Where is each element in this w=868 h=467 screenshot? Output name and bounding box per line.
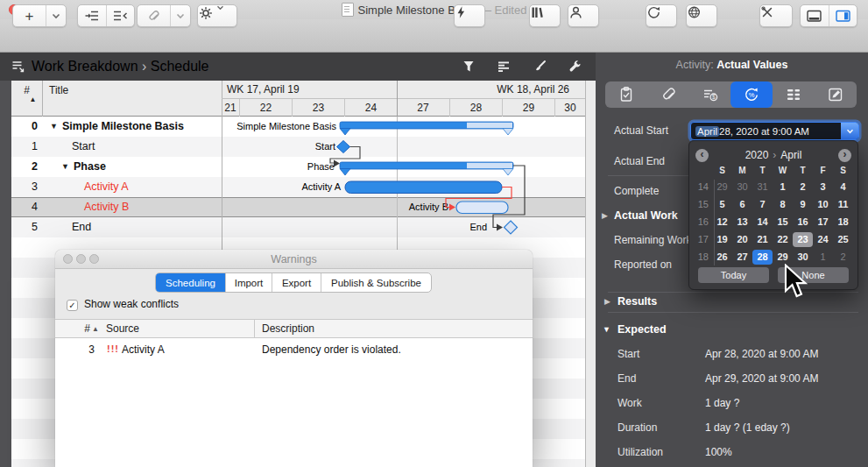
settings-button[interactable] <box>197 4 237 27</box>
actual-start-field[interactable]: April 28, 2020 at 9:00 AM <box>690 122 859 140</box>
disclosure-triangle[interactable]: ▼ <box>61 157 69 177</box>
actual-work-label[interactable]: Actual Work <box>614 209 678 222</box>
indent-button[interactable] <box>78 5 106 26</box>
attach-button[interactable] <box>138 5 170 26</box>
library-button[interactable] <box>529 4 561 27</box>
attach-options-button[interactable] <box>170 5 190 26</box>
calendar-day[interactable]: 15 <box>773 215 793 230</box>
calendar-day[interactable]: 16 <box>793 215 813 230</box>
breadcrumb-item-schedule[interactable]: Schedule <box>151 59 209 74</box>
calendar-day[interactable]: 2 <box>833 250 853 265</box>
calendar-day[interactable]: 10 <box>813 197 833 212</box>
calendar-day[interactable]: 23 <box>793 232 813 247</box>
grouping-icon[interactable] <box>497 60 511 74</box>
calendar-day[interactable]: 29 <box>712 180 732 195</box>
conflicts-button[interactable] <box>454 4 485 27</box>
calendar-day[interactable]: 12 <box>712 215 732 230</box>
sync-button[interactable] <box>646 4 677 27</box>
publish-button[interactable] <box>686 4 717 27</box>
calendar-day[interactable]: 13 <box>732 215 752 230</box>
dialog-titlebar[interactable]: Warnings <box>55 250 533 269</box>
style-brush-icon[interactable] <box>533 60 547 74</box>
add-button[interactable]: + <box>13 5 46 26</box>
date-value-rest[interactable]: 28, 2020 at 9:00 AM <box>719 126 809 137</box>
calendar-day[interactable]: 9 <box>793 197 813 212</box>
tab-import[interactable]: Import <box>225 273 272 292</box>
tab-publish-subscribe[interactable]: Publish & Subscribe <box>321 273 431 292</box>
view-wrench-icon[interactable] <box>568 60 582 74</box>
calendar-day[interactable]: 4 <box>833 180 853 195</box>
disclosure-triangle[interactable]: ▶ <box>604 297 610 306</box>
calendar-month[interactable]: April <box>780 149 801 161</box>
filter-icon[interactable] <box>462 60 476 74</box>
tab-finance[interactable]: $ <box>689 81 731 108</box>
calendar-day[interactable]: 30 <box>793 250 813 265</box>
calendar-day[interactable]: 25 <box>833 232 853 247</box>
scrollbar-gutter[interactable] <box>585 81 596 467</box>
warnings-col-description[interactable]: Description <box>262 322 314 335</box>
add-options-button[interactable] <box>46 5 66 26</box>
warning-row-source[interactable]: Activity A <box>122 343 165 356</box>
expected-section-label[interactable]: Expected <box>617 323 667 336</box>
gantt-bar-activity-b[interactable] <box>456 202 508 214</box>
row-title-activity-a[interactable]: Activity A <box>84 177 129 197</box>
column-header-number[interactable]: # <box>11 84 42 96</box>
warnings-col-source[interactable]: Source <box>106 322 139 335</box>
calendar-day[interactable]: 2 <box>793 180 813 195</box>
breadcrumb-item-work-breakdown[interactable]: Work Breakdown <box>32 59 138 74</box>
gantt-bar-summary-phase[interactable] <box>340 162 513 175</box>
tab-custom-fields[interactable] <box>773 81 815 108</box>
calendar-day[interactable]: 24 <box>813 232 833 247</box>
gantt-milestone-start[interactable] <box>337 141 350 153</box>
calendar-day[interactable]: 29 <box>773 250 793 265</box>
panel-bottom-toggle[interactable] <box>801 5 829 26</box>
tab-actual-values[interactable]: % <box>730 81 773 108</box>
calendar-day[interactable]: 17 <box>813 215 833 230</box>
calendar-day[interactable]: 1 <box>773 180 793 195</box>
gantt-milestone-end[interactable] <box>505 221 518 234</box>
date-dropdown-button[interactable] <box>841 123 858 139</box>
gantt-bar-summary-project[interactable] <box>340 122 513 135</box>
calendar-prev-button[interactable]: ‹ <box>695 149 709 162</box>
row-title-activity-b[interactable]: Activity B <box>84 197 129 217</box>
disclosure-triangle[interactable]: ▼ <box>50 117 58 137</box>
calendar-day[interactable]: 28 <box>752 250 773 265</box>
calendar-day[interactable]: 8 <box>773 197 793 212</box>
today-button[interactable]: Today <box>698 267 769 283</box>
calendar-day[interactable]: 26 <box>712 250 732 265</box>
column-header-title[interactable]: Title <box>49 84 68 96</box>
calendar-day[interactable]: 5 <box>712 197 732 212</box>
results-section-label[interactable]: Results <box>617 295 657 308</box>
tab-attachments[interactable] <box>647 81 689 108</box>
calendar-day[interactable]: 18 <box>833 215 853 230</box>
disclosure-triangle[interactable]: ▼ <box>603 325 610 334</box>
date-token-month[interactable]: April <box>695 126 719 137</box>
calendar-day[interactable]: 11 <box>833 197 853 212</box>
tab-notes[interactable] <box>815 81 857 108</box>
calendar-day[interactable]: 14 <box>752 215 773 230</box>
calendar-day[interactable]: 6 <box>732 197 752 212</box>
calendar-day[interactable]: 22 <box>773 232 793 247</box>
calendar-year[interactable]: 2020 <box>745 149 769 161</box>
row-title-project[interactable]: Simple Milestone Basis <box>62 117 184 137</box>
calendar-day[interactable]: 31 <box>752 180 773 195</box>
tab-export[interactable]: Export <box>272 273 321 292</box>
calendar-day[interactable]: 19 <box>712 232 732 247</box>
calendar-day[interactable]: 27 <box>732 250 752 265</box>
dialog-close-button[interactable] <box>63 254 73 264</box>
calendar-next-button[interactable]: › <box>838 149 851 162</box>
row-title-phase[interactable]: Phase <box>74 157 106 177</box>
calendar-day[interactable]: 21 <box>752 232 773 247</box>
warnings-col-number[interactable]: # <box>73 322 90 335</box>
panel-right-toggle[interactable] <box>829 5 857 26</box>
disclosure-triangle[interactable]: ▶ <box>602 211 608 220</box>
resources-button[interactable] <box>568 4 599 27</box>
calendar-day[interactable]: 1 <box>813 250 833 265</box>
row-title-start[interactable]: Start <box>72 137 95 157</box>
dialog-minimize-button[interactable] <box>76 254 86 264</box>
calendar-day[interactable]: 30 <box>732 180 752 195</box>
calendar-day[interactable]: 20 <box>732 232 752 247</box>
show-weak-conflicts-checkbox[interactable]: ✓ <box>67 300 78 311</box>
calendar-day[interactable]: 7 <box>752 197 773 212</box>
outdent-button[interactable] <box>106 5 135 26</box>
